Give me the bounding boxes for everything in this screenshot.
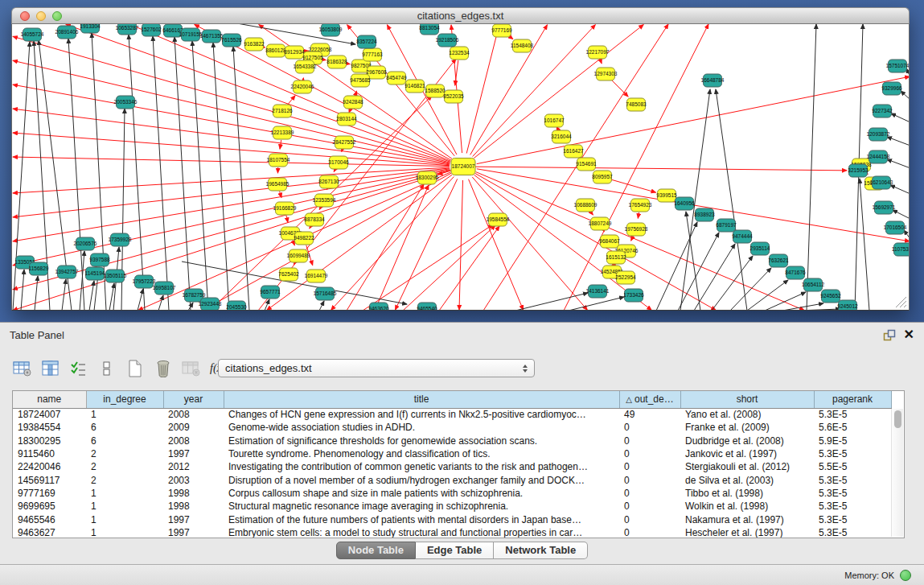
table-row[interactable]: 946554611997Estimation of the future num… (13, 513, 891, 525)
graph-node[interactable]: 20891406 (55, 26, 79, 39)
graph-node[interactable]: 9463620 (368, 303, 389, 311)
graph-node[interactable]: 8912934 (284, 46, 305, 59)
graph-node[interactable]: 16210643 (870, 176, 893, 189)
graph-node[interactable]: 19584554 (487, 213, 510, 226)
graph-node[interactable]: 13942757 (55, 266, 79, 278)
graph-node[interactable]: 9245012 (837, 300, 858, 311)
graph-node[interactable]: 9777163 (362, 48, 383, 61)
select-columns-icon[interactable] (39, 357, 62, 380)
column-header-in-degree[interactable]: in_degree (86, 391, 163, 408)
table-scrollbar-thumb[interactable] (894, 410, 901, 428)
column-header-out-de-[interactable]: △out_de… (619, 391, 680, 408)
tab-node-table[interactable]: Node Table (336, 542, 416, 559)
column-header-name[interactable]: name (13, 391, 86, 408)
graph-node[interactable]: 9474444 (732, 230, 753, 243)
graph-node[interactable]: 14671355 (200, 30, 224, 43)
graph-node[interactable]: 8938923 (694, 208, 715, 221)
graph-node[interactable]: 14055724 (21, 28, 44, 41)
graph-node[interactable]: 2803144 (336, 113, 357, 126)
float-panel-icon[interactable] (883, 329, 896, 341)
graph-node[interactable]: 16958107 (153, 282, 176, 295)
table-row[interactable]: 2242004622012Investigating the contribut… (13, 460, 891, 473)
graph-node[interactable]: 1616427 (563, 145, 584, 158)
graph-node[interactable]: 12217097 (586, 46, 610, 59)
table-row[interactable]: 1938455462009Genome-wide association stu… (13, 421, 891, 434)
graph-node[interactable]: 1615132 (606, 251, 626, 264)
graph-node[interactable]: 8522035 (443, 90, 464, 103)
trash-icon[interactable] (152, 357, 175, 380)
graph-node[interactable]: 9465540 (417, 303, 437, 311)
graph-node[interactable]: 12213389 (271, 126, 294, 139)
graph-node[interactable]: 16099489 (287, 249, 310, 262)
table-row[interactable]: 911546021997Tourette syndrome. Phenomeno… (13, 447, 891, 460)
table-settings-icon[interactable] (11, 357, 34, 380)
graph-node[interactable]: 18807249 (589, 217, 612, 230)
close-window-button[interactable] (20, 11, 30, 21)
new-document-icon[interactable] (124, 357, 146, 380)
graph-node[interactable]: 7615526 (221, 34, 242, 47)
graph-node[interactable]: 2718126 (272, 105, 293, 117)
graph-node[interactable]: 18107554 (267, 154, 290, 167)
graph-node[interactable]: 18724007 (451, 159, 475, 175)
graph-node[interactable]: 9657771 (260, 286, 281, 299)
graph-node[interactable]: 20206576 (74, 237, 97, 250)
graph-node[interactable]: 9475685 (350, 74, 371, 87)
graph-node[interactable]: 16543382 (294, 60, 317, 73)
tab-edge-table[interactable]: Edge Table (416, 542, 494, 559)
tab-network-table[interactable]: Network Table (494, 542, 588, 559)
graph-node[interactable]: 3170046 (328, 156, 349, 169)
graph-node[interactable]: 8813054 (419, 24, 440, 35)
graph-node[interactable]: 10654112 (802, 278, 825, 291)
table-row[interactable]: 1872400712008Changes of HCN gene express… (13, 408, 891, 421)
graph-node[interactable]: 9154691 (576, 158, 597, 171)
graph-node[interactable]: 1232534 (449, 47, 470, 60)
graph-node[interactable]: 12444158 (867, 150, 890, 163)
graph-node[interactable]: 19218506 (436, 34, 459, 47)
merge-rows-icon[interactable] (96, 357, 118, 380)
graph-node[interactable]: 19166829 (273, 202, 297, 215)
column-header-year[interactable]: year (163, 391, 224, 408)
graph-node[interactable]: 15692971 (873, 201, 896, 214)
column-header-title[interactable]: title (224, 391, 619, 408)
network-svg[interactable]: 1872400712213389284275521810755431700461… (12, 24, 909, 311)
graph-node[interactable]: 9397588 (89, 253, 110, 266)
graph-node[interactable]: 28427552 (333, 136, 356, 149)
graph-node[interactable]: 1145194 (85, 267, 105, 280)
graph-node[interactable]: 8095957 (592, 171, 613, 183)
table-row[interactable]: 946362711997Embryonic stem cells: a mode… (13, 526, 891, 538)
graph-node[interactable]: 20053346 (114, 96, 138, 109)
graph-node[interactable]: 12093872 (867, 128, 890, 141)
resize-grip-icon[interactable] (894, 295, 907, 308)
graph-node[interactable]: 1016747 (544, 114, 565, 127)
graph-node[interactable]: 2045530 (226, 301, 247, 311)
graph-node[interactable]: 9146821 (405, 80, 425, 93)
graph-node[interactable]: 1640956 (674, 197, 695, 210)
graph-node[interactable]: 15751074 (886, 60, 909, 72)
table-scrollbar[interactable] (891, 409, 903, 537)
graph-node[interactable]: 14136141 (586, 285, 610, 298)
graph-node[interactable]: 1733426 (623, 289, 644, 302)
graph-node[interactable]: 10719155 (179, 28, 203, 41)
graph-node[interactable]: 12974303 (594, 68, 618, 80)
graph-node[interactable]: 9227342 (872, 105, 893, 117)
minimize-window-button[interactable] (36, 11, 46, 21)
graph-node[interactable]: 16053809 (319, 24, 343, 36)
graph-node[interactable]: 16914479 (305, 270, 328, 282)
graph-node[interactable]: 17359928 (109, 233, 132, 246)
graph-node[interactable]: 9242848 (343, 96, 363, 109)
graph-node[interactable]: 9498222 (294, 232, 314, 245)
graph-node[interactable]: 8454749 (386, 72, 407, 84)
graph-node[interactable]: 18300295 (416, 171, 439, 184)
table-row[interactable]: 1456911722003Disruption of a novel membe… (13, 473, 891, 486)
graph-node[interactable]: 9777169 (491, 24, 512, 37)
graph-node[interactable]: 9245652 (820, 290, 841, 303)
close-panel-icon[interactable]: ✕ (904, 329, 914, 340)
graph-node[interactable]: 8878334 (304, 213, 325, 226)
graph-node[interactable]: 8357224 (356, 35, 377, 48)
graph-node[interactable]: 9163822 (244, 38, 265, 51)
graph-node[interactable]: 8186328 (326, 56, 347, 68)
graph-node[interactable]: 22420046 (291, 80, 314, 93)
graph-node[interactable]: 7632621 (768, 254, 789, 267)
column-header-pagerank[interactable]: pagerank (814, 391, 891, 408)
graph-node[interactable]: 8860128 (265, 44, 286, 57)
